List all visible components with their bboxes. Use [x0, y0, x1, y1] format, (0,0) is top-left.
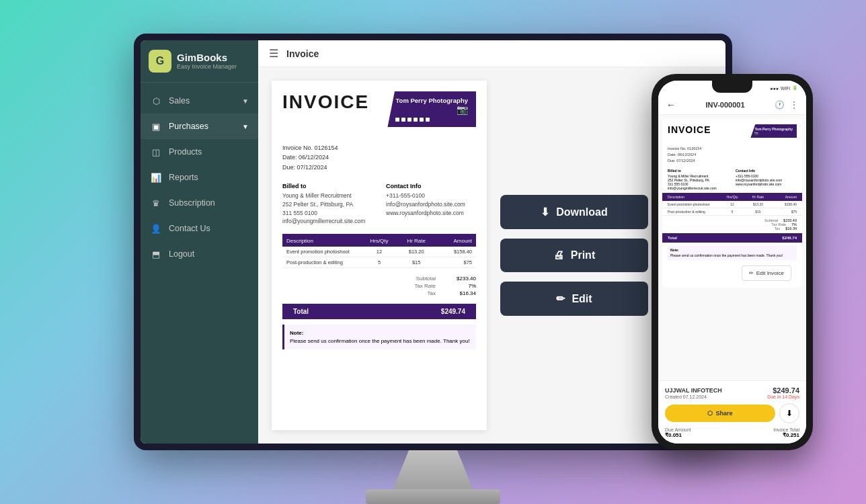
sidebar-item-label: Contact Us: [169, 224, 210, 233]
logo-text: GimBooks Easy Invoice Manager: [177, 52, 237, 71]
sidebar-item-purchases[interactable]: ▣ Purchases ▼: [141, 114, 258, 139]
contact-info: +311-555-0100 info@roysanfordphoto.site.…: [386, 192, 476, 217]
purchases-icon: ▣: [150, 120, 162, 132]
logout-icon: ⬒: [150, 248, 162, 260]
phone-mockup: ●●●WiFi🔋 ← INV-000001 🕐 ⋮ INVOICE Tom Pe…: [652, 74, 813, 450]
invoice-billed: Billed to Young & Miller Recruitment 252…: [272, 177, 487, 231]
billed-to-label: Billed to: [282, 183, 372, 190]
phone-company-name: UJJWAL INFOTECH: [665, 387, 722, 394]
invoice-preview: INVOICE Tom Perry Photography 📷: [272, 81, 487, 430]
top-bar: ☰ Invoice: [258, 40, 725, 67]
download-icon: ⬇: [541, 206, 549, 218]
monitor-screen: G GimBooks Easy Invoice Manager ⬡ Sales …: [141, 40, 725, 444]
total-final: Total $249.74: [282, 304, 476, 319]
sidebar-item-reports[interactable]: 📊 Reports: [141, 165, 258, 190]
reports-icon: 📊: [150, 171, 162, 183]
invoice-note: Note: Please send us confirmation once t…: [282, 325, 476, 349]
chevron-down-icon: ▼: [242, 123, 249, 130]
sidebar-item-subscription[interactable]: ♛ Subscription: [141, 190, 258, 216]
phone-download-button[interactable]: ⬇: [779, 403, 799, 423]
invoice-info: Invoice No. 0126154 Date: 06/12/2024 Due…: [272, 138, 487, 177]
edit-button[interactable]: ✏ Edit: [500, 282, 648, 316]
phone-notch: [712, 81, 752, 93]
phone-inv-content: INVOICE Tom Perry Photography 📷 Invoice …: [662, 119, 802, 288]
share-icon: ⬡: [707, 410, 713, 417]
edit-icon: ✏: [749, 270, 754, 276]
history-icon[interactable]: 🕐: [775, 100, 785, 110]
phone-inv-info: Invoice No. 0126154 Date: 06/12/2024 Due…: [662, 143, 802, 166]
back-arrow-icon[interactable]: ←: [666, 99, 676, 110]
sidebar: G GimBooks Easy Invoice Manager ⬡ Sales …: [141, 40, 258, 444]
phone-share-row: ⬡ Share ⬇: [665, 403, 799, 423]
invoice-date: Date: 06/12/2024: [282, 153, 476, 162]
phone-table-row: Post-production & editing 5 $15 $75: [662, 208, 802, 216]
print-button[interactable]: 🖨 Print: [500, 239, 648, 272]
company-name: Tom Perry Photography: [395, 97, 468, 104]
sidebar-item-products[interactable]: ◫ Products: [141, 139, 258, 165]
page-title: Invoice: [286, 48, 319, 59]
subscription-icon: ♛: [150, 197, 162, 209]
monitor: G GimBooks Easy Invoice Manager ⬡ Sales …: [134, 34, 732, 450]
sidebar-item-sales[interactable]: ⬡ Sales ▼: [141, 88, 258, 114]
invoice-number: Invoice No. 0126154: [282, 143, 476, 153]
table-header: Description Hrs/Qty Hr Rate Amount: [282, 235, 476, 247]
phone-inv-billed: Billed to Young & Miller Recruitment 252…: [662, 166, 802, 193]
billed-name: Young & Miller Recruitment 252 Pelter St…: [282, 192, 372, 226]
table-row: Event promotion photoshoot 12 $13.20 $15…: [282, 247, 476, 257]
phone-totals: Subtotal $233.40 Tax Rate 7% Tax $16.34: [662, 216, 802, 233]
print-icon: 🖨: [553, 249, 564, 261]
contact-icon: 👤: [150, 222, 162, 235]
more-options-icon[interactable]: ⋮: [790, 100, 798, 110]
phone-company-badge: Tom Perry Photography 📷: [750, 124, 797, 138]
phone-header: ← INV-000001 🕐 ⋮: [658, 95, 806, 115]
products-icon: ◫: [150, 146, 162, 158]
phone-edit-invoice-button[interactable]: ✏ Edit Invoice: [742, 265, 791, 281]
sales-icon: ⬡: [150, 95, 162, 107]
sidebar-item-label: Purchases: [169, 122, 208, 131]
sidebar-item-label: Subscription: [169, 198, 215, 208]
phone-inv-title: INVOICE: [668, 124, 711, 138]
sidebar-item-label: Reports: [169, 173, 198, 182]
phone-amount: $249.74: [773, 386, 799, 394]
company-badge: Tom Perry Photography 📷: [387, 91, 476, 127]
table-row: Post-production & editing 5 $15 $75: [282, 257, 476, 268]
phone-invoice-mini: INVOICE Tom Perry Photography 📷 Invoice …: [658, 115, 806, 380]
contact-info-label: Contact Info: [386, 183, 476, 190]
chevron-down-icon: ▼: [242, 97, 249, 105]
app-name: GimBooks: [177, 52, 237, 64]
phone-due-note: Due in 14 Days: [767, 394, 799, 399]
sidebar-item-contact-us[interactable]: 👤 Contact Us: [141, 216, 258, 241]
phone-bottom: UJJWAL INFOTECH $249.74 Created 07.12.20…: [658, 380, 806, 444]
invoice-due: Due: 07/12/2024: [282, 163, 476, 172]
phone-table-row: Event promotion photoshoot 12 $13.20 $15…: [662, 201, 802, 208]
sidebar-item-logout[interactable]: ⬒ Logout: [141, 241, 258, 267]
invoice-title: INVOICE: [282, 91, 369, 113]
monitor-stand: [393, 450, 473, 491]
phone-invoice-number: INV-000001: [705, 101, 744, 109]
edit-icon: ✏: [556, 292, 565, 305]
invoice-header: INVOICE Tom Perry Photography 📷: [272, 81, 487, 138]
sidebar-item-label: Products: [169, 147, 202, 157]
phone-table-header: Description Hrs/Qty Hr Rate Amount: [662, 193, 802, 201]
sidebar-logo: G GimBooks Easy Invoice Manager: [141, 40, 258, 83]
sidebar-item-label: Logout: [169, 249, 194, 259]
phone-amounts-row: Due Amount ₹0.051 Invoice Total ₹0.251: [665, 427, 799, 438]
phone-inv-header: INVOICE Tom Perry Photography 📷: [662, 119, 802, 143]
phone-note: Note: Please send us confirmation once t…: [668, 245, 797, 260]
sidebar-nav: ⬡ Sales ▼ ▣ Purchases ▼ ◫ Products 📊: [141, 83, 258, 444]
sidebar-item-label: Sales: [169, 96, 190, 106]
monitor-base: [366, 489, 500, 504]
camera-icon: 📷: [395, 104, 468, 115]
hamburger-icon[interactable]: ☰: [269, 47, 278, 60]
phone-screen: ●●●WiFi🔋 ← INV-000001 🕐 ⋮ INVOICE Tom Pe…: [658, 81, 806, 444]
app-tagline: Easy Invoice Manager: [177, 63, 237, 70]
download-button[interactable]: ⬇ Download: [500, 195, 648, 229]
phone-share-button[interactable]: ⬡ Share: [665, 405, 775, 422]
phone-total-bar: Total $249.74: [662, 233, 802, 243]
logo-icon: G: [149, 50, 171, 73]
invoice-table: Description Hrs/Qty Hr Rate Amount Event…: [282, 234, 476, 268]
phone-created: Created 07.12.2024: [665, 394, 707, 399]
invoice-totals: Subtotal $233.40 Tax Rate 7% Tax $16.34: [272, 271, 487, 301]
